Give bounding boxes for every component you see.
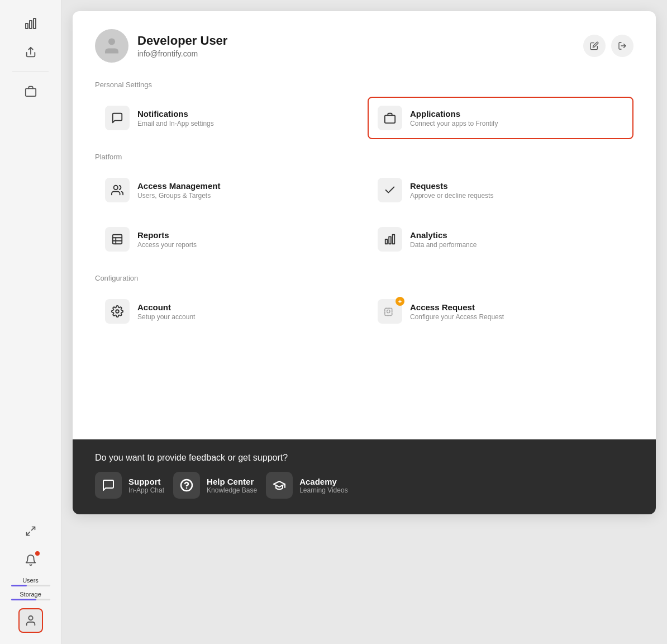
notifications-menu-item[interactable]: Notifications Email and In-App settings — [95, 97, 361, 139]
analytics-text: Analytics Data and performance — [410, 230, 477, 249]
access-management-icon — [105, 178, 130, 202]
users-progress-bar — [11, 585, 50, 586]
requests-text: Requests Approve or decline requests — [410, 181, 493, 200]
briefcase-sidebar-icon[interactable] — [18, 79, 43, 103]
popup-panel: Developer User info@frontify.com — [73, 11, 656, 514]
access-request-menu-item[interactable]: + Access Request Configure your Access R… — [368, 290, 633, 333]
user-header: Developer User info@frontify.com — [95, 29, 633, 63]
reports-menu-item[interactable]: Reports Access your reports — [95, 218, 361, 261]
access-request-desc: Configure your Access Request — [410, 313, 504, 321]
access-request-title: Access Request — [410, 302, 504, 312]
help-center-text: Help Center Knowledge Base — [207, 477, 257, 494]
requests-menu-item[interactable]: Requests Approve or decline requests — [368, 169, 633, 211]
user-actions — [583, 35, 633, 57]
support-title: Support — [128, 477, 164, 486]
notifications-icon — [105, 106, 130, 130]
support-desc: In-App Chat — [128, 486, 164, 494]
configuration-grid: Account Setup your account + — [95, 290, 633, 333]
avatar — [95, 29, 128, 63]
applications-text: Applications Connect your apps to Fronti… — [410, 109, 498, 127]
help-center-desc: Knowledge Base — [207, 486, 257, 494]
account-text: Account Setup your account — [137, 302, 195, 321]
help-center-icon — [173, 472, 200, 499]
users-label: Users — [11, 577, 50, 584]
profile-sidebar-icon[interactable] — [18, 608, 43, 633]
sidebar: Users Storage — [0, 0, 61, 644]
logout-button[interactable] — [611, 35, 633, 57]
access-request-badge: + — [396, 297, 404, 306]
applications-desc: Connect your apps to Frontify — [410, 120, 498, 127]
academy-footer-item[interactable]: Academy Learning Videos — [266, 472, 348, 499]
popup-footer: Do you want to provide feedback or get s… — [73, 439, 656, 514]
analytics-title: Analytics — [410, 230, 477, 240]
applications-menu-item[interactable]: Applications Connect your apps to Fronti… — [368, 97, 633, 139]
svg-rect-4 — [25, 88, 35, 96]
svg-point-11 — [114, 186, 118, 190]
main-content: Developer User info@frontify.com — [61, 0, 667, 644]
svg-rect-18 — [393, 235, 395, 244]
support-text: Support In-App Chat — [128, 477, 164, 494]
edit-profile-button[interactable] — [583, 35, 606, 57]
footer-items: Support In-App Chat Help Center Knowledg… — [95, 472, 633, 499]
svg-point-8 — [108, 39, 115, 45]
personal-settings-label: Personal Settings — [95, 80, 633, 89]
access-request-icon-wrapper: + — [378, 299, 402, 324]
storage-progress-fill — [11, 599, 37, 600]
account-menu-item[interactable]: Account Setup your account — [95, 290, 361, 333]
platform-label: Platform — [95, 153, 633, 161]
user-email: info@frontify.com — [137, 49, 583, 58]
help-center-title: Help Center — [207, 477, 257, 486]
user-info: Developer User info@frontify.com — [137, 34, 583, 58]
bell-notification-wrapper — [18, 548, 43, 572]
configuration-label: Configuration — [95, 274, 633, 282]
requests-title: Requests — [410, 181, 493, 191]
account-title: Account — [137, 302, 195, 312]
svg-rect-17 — [389, 236, 391, 244]
platform-grid: Access Management Users, Groups & Target… — [95, 169, 633, 261]
reports-text: Reports Access your reports — [137, 230, 197, 249]
popup-body: Developer User info@frontify.com — [73, 11, 656, 439]
footer-title: Do you want to provide feedback or get s… — [95, 453, 633, 463]
help-center-footer-item[interactable]: Help Center Knowledge Base — [173, 472, 257, 499]
reports-desc: Access your reports — [137, 241, 197, 249]
support-icon — [95, 472, 122, 499]
svg-line-5 — [31, 527, 35, 531]
access-request-text: Access Request Configure your Access Req… — [410, 302, 504, 321]
storage-label: Storage — [11, 591, 50, 598]
account-desc: Setup your account — [137, 313, 195, 321]
academy-icon — [266, 472, 293, 499]
sidebar-divider — [12, 72, 49, 72]
expand-sidebar-icon[interactable] — [18, 519, 43, 543]
notifications-text: Notifications Email and In-App settings — [137, 109, 214, 127]
svg-rect-12 — [113, 235, 122, 244]
svg-rect-10 — [385, 115, 395, 123]
export-sidebar-icon[interactable] — [18, 40, 43, 65]
svg-point-19 — [116, 310, 119, 313]
notifications-title: Notifications — [137, 109, 214, 119]
svg-rect-2 — [34, 18, 36, 29]
support-footer-item[interactable]: Support In-App Chat — [95, 472, 164, 499]
requests-desc: Approve or decline requests — [410, 192, 493, 200]
notification-badge — [35, 551, 40, 556]
svg-rect-1 — [30, 21, 32, 29]
access-management-desc: Users, Groups & Targets — [137, 192, 220, 200]
requests-icon — [378, 178, 402, 202]
academy-title: Academy — [299, 477, 348, 486]
analytics-menu-item[interactable]: Analytics Data and performance — [368, 218, 633, 261]
applications-icon — [378, 106, 402, 130]
svg-rect-0 — [26, 23, 28, 29]
svg-rect-16 — [385, 239, 388, 244]
reports-title: Reports — [137, 230, 197, 240]
users-progress-fill — [11, 585, 27, 586]
notifications-desc: Email and In-App settings — [137, 120, 214, 127]
svg-point-20 — [387, 310, 390, 313]
analytics-sidebar-icon[interactable] — [18, 11, 43, 36]
svg-line-6 — [26, 532, 30, 536]
svg-rect-21 — [385, 309, 392, 316]
analytics-desc: Data and performance — [410, 241, 477, 249]
analytics-icon — [378, 227, 402, 252]
storage-progress-container: Storage — [11, 591, 50, 600]
sidebar-bottom: Users Storage — [0, 577, 61, 633]
svg-point-7 — [28, 616, 32, 620]
access-management-menu-item[interactable]: Access Management Users, Groups & Target… — [95, 169, 361, 211]
